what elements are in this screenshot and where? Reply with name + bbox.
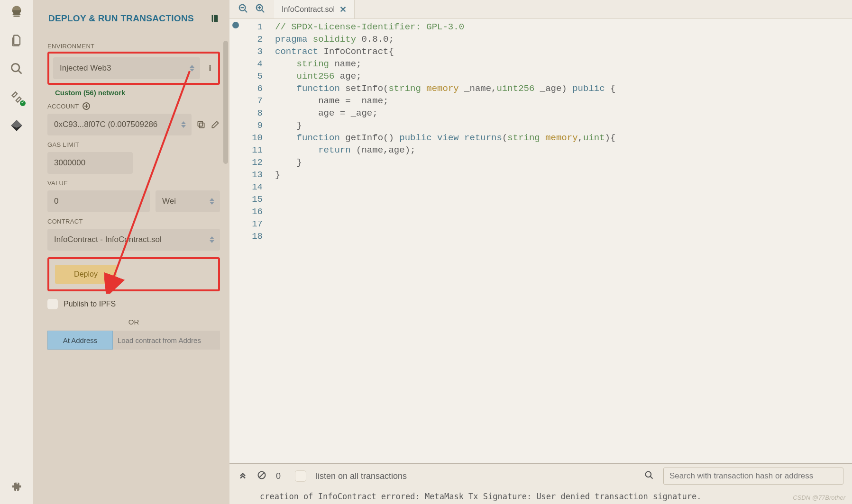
svg-line-4 [18, 71, 22, 74]
contract-label: CONTRACT [47, 218, 220, 225]
tab-bar: InfoContract.sol ✕ [229, 0, 852, 19]
svg-rect-5 [213, 15, 214, 22]
value-label: VALUE [47, 180, 220, 187]
svg-line-11 [245, 9, 247, 12]
deploy-run-icon[interactable] [9, 117, 25, 134]
clear-terminal-icon[interactable] [257, 470, 266, 482]
terminal-search-input[interactable] [663, 468, 843, 485]
editor-tab[interactable]: InfoContract.sol ✕ [274, 0, 355, 18]
copy-icon[interactable] [196, 120, 206, 129]
svg-rect-8 [198, 121, 202, 126]
terminal: 0 listen on all transactions creation of… [229, 463, 852, 504]
deploy-button[interactable]: Deploy [55, 265, 117, 284]
gas-limit-label: GAS LIMIT [47, 141, 220, 148]
svg-rect-1 [13, 13, 21, 15]
zoom-out-icon[interactable] [238, 3, 248, 16]
info-icon[interactable]: i [206, 63, 214, 73]
editor-area: InfoContract.sol ✕ 123456789101112131415… [229, 0, 852, 504]
svg-point-19 [646, 472, 651, 477]
terminal-search-icon[interactable] [644, 470, 654, 482]
at-address-button[interactable]: At Address [47, 331, 113, 350]
file-explorer-icon[interactable] [9, 32, 25, 48]
pending-tx-count: 0 [276, 471, 281, 481]
svg-line-20 [650, 477, 653, 479]
plugin-manager-icon[interactable] [9, 478, 25, 495]
svg-rect-7 [200, 123, 204, 128]
publish-ipfs-label: Publish to IPFS [64, 300, 116, 308]
deploy-highlight: Deploy [47, 257, 220, 291]
svg-line-18 [259, 473, 264, 477]
listen-checkbox[interactable] [295, 470, 306, 482]
account-select[interactable]: 0xC93...8f07C (0.007509286 [47, 114, 192, 135]
compiler-icon[interactable] [9, 89, 25, 105]
terminal-log: creation of InfoContract errored: MetaMa… [229, 488, 852, 504]
caret-icon [210, 198, 214, 205]
search-icon[interactable] [9, 61, 25, 77]
caret-icon [190, 65, 194, 72]
publish-ipfs-checkbox[interactable] [47, 299, 58, 309]
edit-icon[interactable] [211, 120, 220, 129]
environment-value: Injected Web3 [60, 63, 111, 73]
docs-icon[interactable] [210, 13, 220, 24]
account-value: 0xC93...8f07C (0.007509286 [54, 120, 157, 129]
gas-limit-input[interactable]: 3000000 [47, 152, 133, 174]
close-tab-icon[interactable]: ✕ [339, 4, 347, 15]
code-editor[interactable]: 123456789101112131415161718 // SPDX-Lice… [229, 19, 852, 463]
svg-rect-2 [13, 16, 20, 17]
caret-icon [181, 121, 186, 128]
remix-logo-icon[interactable] [9, 4, 25, 20]
listen-label: listen on all transactions [316, 471, 407, 481]
value-unit-select[interactable]: Wei [156, 190, 220, 212]
deploy-panel: DEPLOY & RUN TRANSACTIONS ENVIRONMENT In… [33, 0, 229, 504]
code-content[interactable]: // SPDX-License-Identifier: GPL-3.0pragm… [270, 19, 852, 463]
contract-select[interactable]: InfoContract - InfoContract.sol [47, 229, 220, 251]
environment-select[interactable]: Injected Web3 [53, 57, 200, 79]
zoom-in-icon[interactable] [255, 3, 266, 16]
breakpoint-dot-icon[interactable] [232, 22, 239, 28]
value-input[interactable]: 0 [47, 190, 150, 212]
environment-label: ENVIRONMENT [47, 43, 220, 50]
network-note: Custom (56) network [55, 89, 220, 97]
watermark: CSDN @77Brother [793, 494, 845, 501]
tab-label: InfoContract.sol [282, 5, 335, 14]
left-iconbar [0, 0, 33, 504]
svg-point-3 [12, 64, 19, 72]
panel-title: DEPLOY & RUN TRANSACTIONS [48, 13, 194, 24]
at-address-input[interactable] [113, 331, 220, 350]
panel-scrollbar[interactable] [223, 41, 229, 504]
or-label: OR [47, 318, 220, 326]
account-label: ACCOUNT [47, 103, 79, 110]
terminal-toggle-icon[interactable] [238, 470, 247, 482]
add-account-icon[interactable] [82, 102, 90, 110]
environment-highlight: Injected Web3 i [47, 52, 220, 85]
line-gutter: 123456789101112131415161718 [229, 19, 270, 463]
svg-line-14 [262, 9, 265, 12]
caret-icon [210, 236, 214, 243]
compile-success-badge [19, 99, 27, 107]
